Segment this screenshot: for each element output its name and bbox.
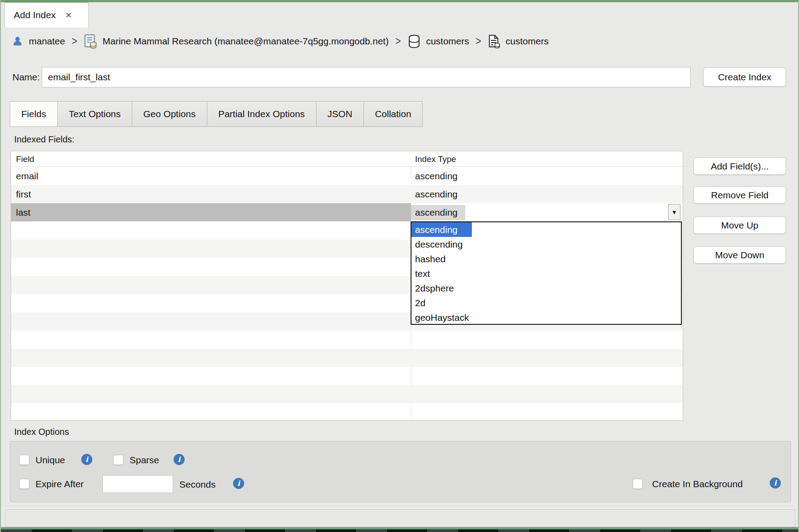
move-down-button[interactable]: Move Down [693, 246, 786, 264]
index-type-cell-editing[interactable]: ascending ▼ [411, 203, 683, 221]
table-row-empty [11, 331, 683, 349]
field-cell[interactable]: first [11, 185, 411, 203]
expire-after-seconds-input[interactable] [103, 475, 173, 493]
dropdown-option-descending[interactable]: descending [411, 237, 681, 252]
close-icon[interactable]: × [66, 10, 72, 20]
move-up-button[interactable]: Move Up [693, 217, 786, 234]
index-type-cell[interactable]: ascending [411, 185, 683, 203]
chevron-right-icon: > [476, 35, 481, 48]
table-row-empty [11, 367, 683, 385]
dropdown-option-hashed[interactable]: hashed [411, 252, 681, 266]
index-type-dropdown: ascending descending hashed text 2dspher… [411, 221, 682, 325]
seconds-label: Seconds [179, 479, 216, 490]
sparse-info-icon[interactable]: i [174, 454, 185, 465]
table-row[interactable]: first ascending [11, 185, 683, 203]
dropdown-option-text[interactable]: text [411, 266, 681, 281]
index-type-editor-value[interactable]: ascending [411, 205, 465, 220]
table-row-selected[interactable]: last ascending ▼ [11, 203, 683, 221]
create-index-button[interactable]: Create Index [703, 67, 786, 87]
index-type-cell[interactable]: ascending [411, 167, 683, 185]
expire-after-checkbox[interactable] [19, 479, 29, 489]
index-options-heading: Index Options [14, 427, 69, 437]
create-in-background-label: Create In Background [652, 479, 743, 489]
unique-checkbox[interactable] [19, 455, 29, 465]
dropdown-arrow-button[interactable]: ▼ [668, 204, 680, 220]
add-index-window: Add Index × manatee > Marine Mammal Rese… [0, 0, 799, 532]
dropdown-option-geohaystack[interactable]: geoHaystack [411, 310, 681, 325]
window-top-border [1, 0, 798, 2]
breadcrumb-collection[interactable]: customers [506, 36, 549, 47]
field-cell[interactable]: email [11, 167, 411, 185]
collection-icon [488, 34, 500, 49]
table-header: Field Index Type [11, 151, 683, 167]
tab-geo-options[interactable]: Geo Options [132, 101, 207, 127]
index-name-input[interactable] [42, 67, 691, 87]
user-icon [12, 35, 24, 47]
chevron-right-icon: > [72, 35, 77, 48]
indexed-fields-heading: Indexed Fields: [14, 134, 75, 145]
tab-partial-index-options[interactable]: Partial Index Options [207, 101, 316, 127]
unique-info-icon[interactable]: i [81, 454, 92, 465]
database-icon [407, 34, 421, 49]
screen-edge-strip [1, 529, 798, 532]
column-header-index-type: Index Type [415, 151, 456, 167]
status-bar [5, 509, 795, 527]
remove-field-button[interactable]: Remove Field [693, 186, 786, 204]
tab-collation[interactable]: Collation [364, 101, 423, 127]
expire-after-label: Expire After [36, 479, 84, 489]
tab-json[interactable]: JSON [316, 101, 364, 127]
indexed-fields-table: Field Index Type email ascending first a… [11, 151, 683, 421]
create-in-background-info-icon[interactable]: i [770, 477, 781, 489]
cluster-icon [84, 34, 97, 49]
bottom-divider [4, 506, 796, 507]
create-in-background-checkbox[interactable] [633, 479, 643, 489]
expire-after-info-icon[interactable]: i [233, 478, 244, 489]
dropdown-option-2dsphere[interactable]: 2dsphere [411, 281, 681, 296]
breadcrumb-cluster[interactable]: Marine Mammal Research (manatee@manatee-… [103, 36, 389, 47]
tab-text-options[interactable]: Text Options [58, 101, 132, 127]
table-row-empty [11, 403, 683, 421]
column-header-field: Field [16, 151, 34, 167]
table-row-empty [11, 349, 683, 367]
chevron-right-icon: > [396, 35, 401, 48]
unique-label: Unique [36, 455, 65, 465]
tab-fields[interactable]: Fields [10, 101, 58, 127]
sparse-checkbox[interactable] [113, 455, 123, 465]
sparse-label: Sparse [130, 455, 159, 465]
dropdown-option-2d[interactable]: 2d [411, 296, 681, 310]
breadcrumb-user[interactable]: manatee [29, 36, 65, 47]
options-tabstrip: Fields Text Options Geo Options Partial … [10, 101, 423, 127]
add-fields-button[interactable]: Add Field(s)... [693, 158, 786, 175]
breadcrumb-database[interactable]: customers [426, 36, 469, 47]
index-options-group: Unique i Sparse i Expire After Seconds i… [10, 441, 791, 502]
tab-title: Add Index [14, 10, 56, 20]
table-row[interactable]: email ascending [11, 167, 683, 185]
dropdown-option-ascending[interactable]: ascending [411, 222, 681, 237]
tab-add-index[interactable]: Add Index × [4, 0, 89, 28]
name-label: Name: [12, 72, 40, 83]
table-row-empty [11, 385, 683, 403]
field-cell[interactable]: last [11, 203, 411, 221]
breadcrumb: manatee > Marine Mammal Research (manate… [12, 30, 549, 52]
